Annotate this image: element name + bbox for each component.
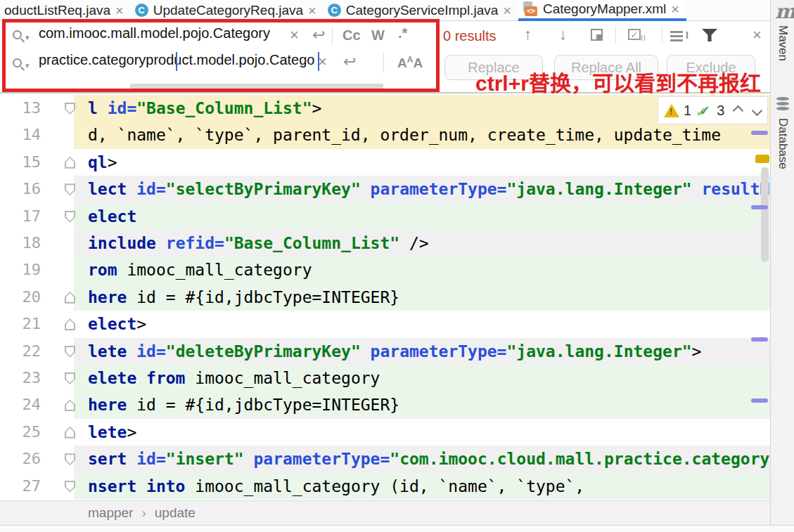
tool-window-maven[interactable]: Maven [776,25,790,61]
stripe-marker-changed[interactable] [751,337,768,342]
breadcrumb-separator: › [141,505,146,521]
line-number[interactable]: 27 [0,473,41,500]
stripe-marker-changed[interactable] [751,131,768,135]
line-number[interactable]: 13 [0,95,41,122]
filter-icon[interactable] [702,29,717,41]
line-number[interactable]: 14 [0,122,41,148]
warning-count[interactable]: 1 [684,103,691,119]
code-line-20[interactable]: 20here id = #{id,jdbcType=INTEGER} [0,284,770,311]
open-in-find-window-icon[interactable] [591,29,603,41]
match-case-toggle[interactable]: Cc [342,27,361,44]
line-number[interactable]: 25 [0,419,41,446]
code-line-27[interactable]: 27nsert into imooc_mall_category (id, `n… [0,473,770,500]
code-line-26[interactable]: 26sert id="insert" parameterType="com.im… [0,446,770,472]
breadcrumb-update[interactable]: update [155,505,196,521]
find-previous-icon[interactable]: ↑ [524,25,532,44]
line-number[interactable]: 22 [0,338,41,365]
annotation-text: ctrl+r替换，可以看到不再报红 [475,66,761,97]
divider [383,52,384,73]
line-number[interactable]: 21 [0,311,41,337]
code-text: ql> [88,149,117,176]
code-text: here id = #{id,jdbcType=INTEGER} [88,391,399,418]
code-line-25[interactable]: 25lete> [0,419,770,446]
code-line-13[interactable]: 13l id="Base_Column_List"> [0,95,770,122]
line-highlight-band [74,419,770,446]
tab-label: CategoryServiceImpl.java [346,3,498,18]
code-text: lete id="deleteByPrimaryKey" parameterTy… [88,338,701,365]
line-highlight-band [74,203,770,230]
code-text: lect id="selectByPrimaryKey" parameterTy… [88,176,769,202]
database-icon [776,97,789,112]
status-bar [0,525,794,532]
replace-history-icon[interactable]: ↩ [343,53,356,71]
replace-field-scrollbar[interactable] [130,84,383,91]
search-input[interactable] [39,25,286,41]
clear-search-icon[interactable]: × [290,26,299,44]
warning-icon [664,104,679,117]
multiline-icon[interactable]: I [670,29,683,40]
tab-close-icon[interactable]: × [308,4,316,18]
tab-close-icon[interactable]: × [503,4,511,18]
tab-label: oductListReq.java [4,3,110,18]
code-line-23[interactable]: 23elete from imooc_mall_category [0,365,770,391]
divider [662,27,662,44]
code-line-16[interactable]: 16lect id="selectByPrimaryKey" parameter… [0,176,770,202]
code-text: elect> [88,311,146,337]
selection-checkmark-icon[interactable]: ✓II [628,29,641,40]
search-results-count: 0 results [443,28,497,44]
code-line-19[interactable]: 19rom imooc_mall_category [0,257,770,283]
ok-count[interactable]: 3 [717,103,724,119]
code-line-22[interactable]: 22lete id="deleteByPrimaryKey" parameter… [0,338,770,365]
code-line-15[interactable]: 15ql> [0,149,770,176]
checkmark-icon: ✓✓ [696,103,712,118]
preserve-case-toggle[interactable]: AAA [397,55,423,71]
code-text: here id = #{id,jdbcType=INTEGER} [88,284,399,311]
next-problem-chevron-icon[interactable] [752,105,763,116]
line-number[interactable]: 24 [0,391,41,418]
code-line-18[interactable]: 18include refid="Base_Column_List" /> [0,230,770,257]
tab-close-icon[interactable]: × [671,2,679,16]
code-text: elect [88,203,136,230]
line-number[interactable]: 17 [0,203,41,230]
code-text: nsert into imooc_mall_category (id, `nam… [88,473,584,500]
clear-replace-icon[interactable]: × [318,53,327,71]
line-number[interactable]: 15 [0,149,41,176]
code-line-17[interactable]: 17elect [0,203,770,230]
code-line-14[interactable]: 14d, `name`, `type`, parent_id, order_nu… [0,122,770,148]
tab-categoryserviceimpl-java[interactable]: CCategoryServiceImpl.java× [324,0,518,21]
breadcrumb-mapper[interactable]: mapper [88,505,133,521]
right-tool-window-bar: m Maven Database [770,0,794,525]
close-find-panel-icon[interactable]: × [753,26,762,44]
search-icon[interactable]: ▾ [13,30,22,39]
tab-close-icon[interactable]: × [115,4,124,18]
prev-problem-chevron-icon[interactable] [733,105,744,116]
tab-categorymapper-xml[interactable]: <>CategoryMapper.xml× [518,0,686,21]
line-number[interactable]: 26 [0,446,41,472]
regex-toggle[interactable]: .* [398,25,407,41]
words-toggle[interactable]: W [371,27,385,44]
stripe-marker-changed[interactable] [751,398,768,403]
editor-scrollbar-thumb[interactable] [761,167,769,262]
text-caret [176,52,177,71]
line-number[interactable]: 23 [0,365,41,391]
tool-window-database[interactable]: Database [776,118,790,169]
search-history-icon[interactable]: ↩ [312,26,325,44]
code-editor[interactable]: 13l id="Base_Column_List">14d, `name`, `… [0,95,770,500]
line-number[interactable]: 18 [0,230,41,257]
line-number[interactable]: 16 [0,176,41,202]
tab-updatecategoryreq-java[interactable]: CUpdateCategoryReq.java× [131,0,324,21]
find-next-icon[interactable]: ↓ [559,25,567,44]
line-number[interactable]: 19 [0,257,41,283]
code-text: rom imooc_mall_category [88,257,312,283]
java-class-icon: C [135,4,148,17]
tab-label: UpdateCategoryReq.java [153,3,303,18]
java-class-icon: C [328,4,341,17]
replace-field-icon[interactable]: ▾ [13,58,22,67]
code-line-21[interactable]: 21elect> [0,311,770,337]
line-number[interactable]: 20 [0,284,41,311]
ide-window: oductListReq.java×CUpdateCategoryReq.jav… [0,0,794,532]
stripe-marker-changed[interactable] [751,205,768,209]
code-line-24[interactable]: 24here id = #{id,jdbcType=INTEGER} [0,391,770,418]
tab-oductlistreq-java[interactable]: oductListReq.java× [0,0,131,21]
stripe-marker-warning[interactable] [755,155,769,163]
